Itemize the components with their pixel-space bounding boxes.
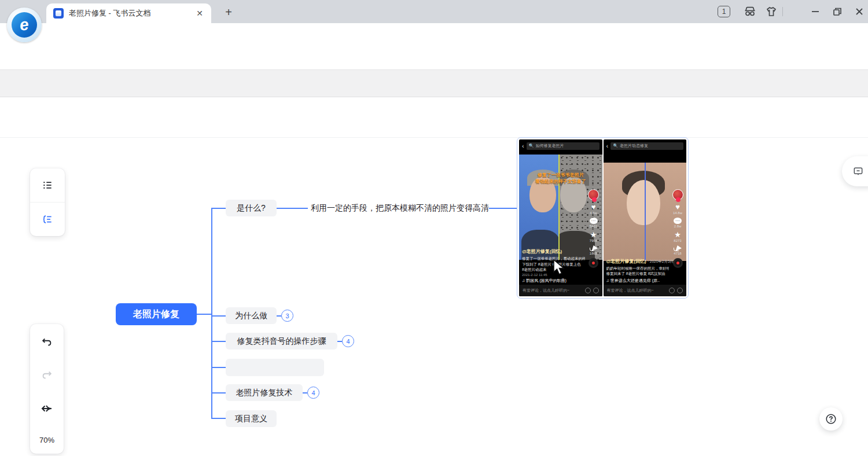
- restored-color-half: [519, 155, 559, 260]
- video-overlay-title: 修复了一张爷爷老照片 看动起来的样子太惊喜了: [519, 172, 602, 185]
- mindmap-view-button[interactable]: [30, 202, 65, 236]
- douyin-topbar: ‹ 🔍 老照片动态修复: [604, 139, 687, 152]
- maximize-button[interactable]: [830, 5, 845, 19]
- favorite-icon: ★ 7956: [590, 231, 597, 242]
- badge-connector: [337, 341, 342, 342]
- window-close-button[interactable]: [852, 5, 867, 19]
- douyin-action-rail: ♥ 14.8w 2.8w ★ 8273 4718: [671, 189, 685, 268]
- theme-shirt-icon[interactable]: [764, 5, 779, 19]
- baidu-translate-bar: Bai du 翻译 检测到当前网页不是中文网页，是否要翻译成中文？ 翻译 不翻译…: [0, 69, 868, 97]
- zoom-level[interactable]: 70%: [39, 436, 54, 444]
- redo-button[interactable]: [41, 369, 53, 381]
- comment-bubble-icon: [852, 166, 864, 177]
- connector-line: [197, 314, 211, 315]
- tab-counter[interactable]: 1: [718, 6, 730, 17]
- connector-line: [211, 208, 226, 209]
- incognito-icon[interactable]: [742, 5, 757, 19]
- mindmap-node-steps[interactable]: 修复类抖音号的操作步骤: [226, 333, 337, 350]
- share-icon: 1865: [590, 245, 598, 255]
- mindmap-root-node[interactable]: 老照片修复: [116, 303, 197, 325]
- connector-line: [489, 208, 517, 209]
- connector-line: [211, 367, 226, 368]
- browser-logo[interactable]: e: [7, 8, 42, 42]
- douyin-search-bar: 🔍 如何修复老照片: [527, 142, 599, 150]
- search-query: 如何修复老照片: [535, 143, 564, 149]
- locate-root-button[interactable]: [40, 402, 54, 415]
- mouse-cursor: [553, 259, 568, 279]
- favorite-icon: ★ 8273: [674, 231, 681, 242]
- mindmap-node-tech[interactable]: 老照片修复技术: [226, 384, 303, 401]
- share-icon: 4718: [674, 245, 682, 255]
- mindmap-node-what[interactable]: 是什么?: [226, 200, 277, 216]
- connector-line: [211, 418, 226, 419]
- creator-username: @老照片修复(回忆): [522, 248, 585, 255]
- outline-view-button[interactable]: [30, 168, 65, 202]
- mention-icon: [593, 288, 599, 293]
- question-mark-icon: [825, 413, 837, 425]
- creator-avatar-icon: [672, 189, 683, 200]
- browser-tab[interactable]: 老照片修复 - 飞书云文档 ✕: [46, 3, 211, 23]
- mindmap-node-meaning[interactable]: 项目意义: [226, 410, 277, 427]
- douyin-screenshot-right: ‹ 🔍 老照片动态修复 ♥ 14.8w: [604, 139, 687, 296]
- tab-title: 老照片修复 - 飞书云文档: [69, 8, 195, 19]
- back-chevron-icon: ‹: [522, 142, 524, 149]
- douyin-action-rail: ♥ 4.6w 5822 ★ 7956 1865: [587, 189, 601, 268]
- music-disc-icon: [589, 258, 598, 268]
- mindmap-node-why[interactable]: 为什么做: [226, 307, 277, 324]
- comment-input-bar: 有爱评论，说点儿好听的~: [519, 285, 602, 296]
- divider: [782, 7, 783, 16]
- mention-icon: [677, 288, 683, 293]
- connector-line: [211, 341, 226, 342]
- magnifier-icon: 🔍: [613, 144, 618, 148]
- attached-image-group[interactable]: ‹ 🔍 如何修复老照片 修复了一张爷爷老照片: [517, 137, 689, 299]
- split-divider-line: [558, 155, 560, 260]
- search-query: 老照片动态修复: [620, 143, 648, 149]
- mindmap-canvas[interactable]: 70% 老照片修复 是什么? 利用一定的手段，把原本模糊不清的照片变得高清 为什…: [0, 138, 868, 456]
- connector-line: [211, 392, 226, 394]
- browser-window: 老照片修复 - 飞书云文档 ✕ + 1: [0, 0, 868, 456]
- tab-strip: 老照片修复 - 飞书云文档 ✕ + 1: [0, 0, 868, 23]
- music-title: ♫ 世界这么大还是遇见你 (原..: [606, 278, 670, 284]
- douyin-topbar: ‹ 🔍 如何修复老照片: [519, 139, 602, 152]
- emoji-icon: [669, 288, 675, 293]
- comments-panel-button[interactable]: [842, 156, 868, 186]
- canvas-controls-panel: 70%: [30, 324, 64, 454]
- doc-header: 老照片修复 我的空间 已经保存到云端 分享 ···: [0, 97, 868, 138]
- douyin-search-bar: 🔍 老照片动态修复: [610, 142, 683, 150]
- tab-close-icon[interactable]: ✕: [195, 9, 204, 18]
- bookmarks-bar: ★ 书签 阅读清单: [0, 49, 868, 69]
- view-switch-panel: [30, 168, 65, 236]
- connector-line: [277, 208, 308, 209]
- like-icon: ♥ 4.6w: [590, 203, 597, 215]
- feishu-docs-favicon: [53, 8, 64, 19]
- mindmap-note-text[interactable]: 利用一定的手段，把原本模糊不清的照片变得高清: [311, 203, 489, 214]
- video-date: · 2020年2月5日: [648, 259, 674, 263]
- music-disc-icon: [673, 258, 683, 268]
- split-divider-line: [645, 163, 646, 261]
- browser-toolbar: 译 ▾ ···: [0, 23, 868, 49]
- undo-button[interactable]: [41, 336, 53, 348]
- connector-line: [211, 315, 226, 317]
- help-button[interactable]: [819, 407, 843, 431]
- magnifier-icon: 🔍: [529, 144, 534, 148]
- badge-connector: [277, 315, 281, 317]
- back-chevron-icon: ‹: [606, 142, 609, 149]
- creator-username: @老照片修复(回忆) · 2020年2月5日: [606, 258, 670, 264]
- collapsed-count-badge[interactable]: 3: [281, 310, 293, 322]
- minimize-button[interactable]: [808, 5, 823, 19]
- collapsed-count-badge[interactable]: 4: [342, 335, 354, 347]
- badge-connector: [303, 392, 307, 394]
- emoji-icon: [585, 288, 591, 293]
- mindmap-node-empty[interactable]: [226, 359, 324, 376]
- comment-input-bar: 有爱评论，说点儿好听的~: [604, 285, 687, 296]
- video-caption: @老照片修复(回忆) · 2020年2月5日 奶奶年轻时候唯一保存的照片，幸好经…: [606, 258, 670, 284]
- new-tab-button[interactable]: +: [221, 5, 236, 19]
- like-icon: ♥ 14.8w: [673, 203, 682, 215]
- connector-trunk-line: [211, 208, 212, 419]
- comment-icon: 5822: [590, 218, 598, 228]
- creator-avatar-icon: [588, 189, 599, 200]
- collapsed-count-badge[interactable]: 4: [307, 387, 319, 399]
- comment-icon: 2.8w: [674, 218, 682, 228]
